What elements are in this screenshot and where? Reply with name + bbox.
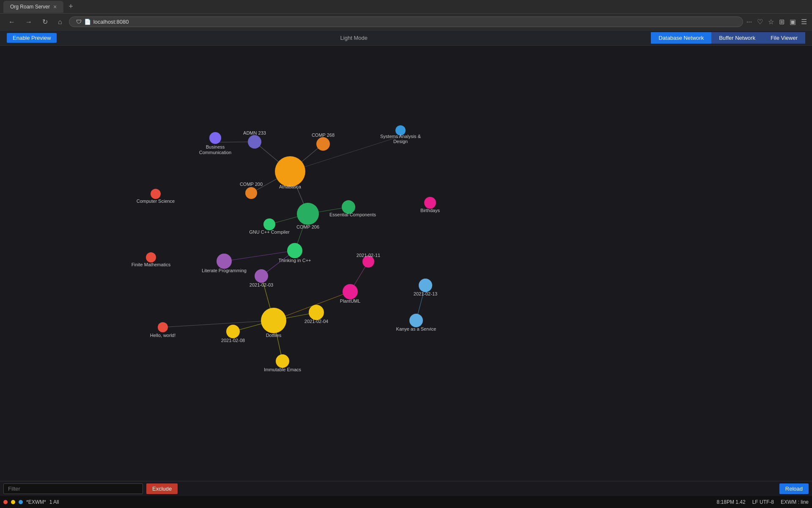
tab-database-network[interactable]: Database Network bbox=[651, 32, 711, 44]
label-date-20210203: 2021-02-03 bbox=[250, 282, 273, 287]
status-right: 8:18PM 1.42 LF UTF-8 EXWM : line bbox=[717, 499, 809, 505]
node-literate-prog[interactable] bbox=[217, 254, 232, 269]
tab-view-icon[interactable]: ▣ bbox=[790, 18, 796, 26]
label-comp268: COMP 268 bbox=[312, 133, 335, 138]
node-dotfiles[interactable] bbox=[261, 308, 286, 333]
label-essential-comp: Essential Components bbox=[329, 212, 376, 217]
filter-input[interactable] bbox=[3, 483, 143, 494]
tab-buffer-network[interactable]: Buffer Network bbox=[711, 32, 763, 44]
node-date-20210208[interactable] bbox=[226, 325, 240, 338]
more-button[interactable]: ··· bbox=[746, 18, 752, 26]
status-dot-blue bbox=[19, 500, 23, 504]
status-time: 8:18PM 1.42 bbox=[717, 499, 746, 505]
back-button[interactable]: ← bbox=[5, 17, 19, 28]
light-mode-label: Light Mode bbox=[340, 35, 368, 41]
app-header: Enable Preview Light Mode Database Netwo… bbox=[0, 30, 812, 46]
node-athabasca[interactable] bbox=[275, 156, 305, 187]
forward-button[interactable]: → bbox=[22, 17, 36, 28]
label-immutable-emacs: Immutable Emacs bbox=[264, 367, 302, 372]
tab-close-icon[interactable]: × bbox=[53, 3, 57, 10]
status-mode: EXWM : line bbox=[781, 499, 809, 505]
bottom-bar: Exclude Reload bbox=[0, 481, 812, 496]
label-date-20210204: 2021-02-04 bbox=[304, 319, 328, 324]
label-comp200: COMP 200 bbox=[240, 182, 263, 187]
page-icon: 📄 bbox=[84, 19, 91, 25]
node-admn233[interactable] bbox=[248, 135, 261, 149]
label-finite-math: Finite Mathematics bbox=[132, 262, 171, 267]
wm-label: *EXWM* bbox=[26, 499, 46, 505]
status-bar: *EXWM* 1 All 8:18PM 1.42 LF UTF-8 EXWM :… bbox=[0, 496, 812, 508]
label-plantuml: PlantUML bbox=[340, 298, 360, 304]
svg-line-18 bbox=[163, 320, 274, 327]
label-date-20210211: 2021-02-11 bbox=[357, 253, 380, 258]
node-gnu-cpp[interactable] bbox=[263, 218, 275, 230]
node-date-20210204[interactable] bbox=[309, 305, 324, 320]
label-admn233: ADMN 233 bbox=[243, 130, 266, 135]
node-comp200[interactable] bbox=[245, 187, 257, 199]
exclude-button[interactable]: Exclude bbox=[146, 483, 178, 494]
reload-button[interactable]: Reload bbox=[779, 483, 809, 494]
status-encoding: LF UTF-8 bbox=[752, 499, 774, 505]
node-thinking-cpp[interactable] bbox=[287, 243, 302, 258]
label-systems-analysis2: Design bbox=[393, 139, 408, 144]
network-canvas[interactable]: Athabasca COMP 206 Dotfiles ADMN 233 COM… bbox=[0, 46, 812, 469]
label-birthdays: Birthdays bbox=[420, 208, 440, 213]
node-hello-world[interactable] bbox=[158, 322, 168, 332]
node-computer-science[interactable] bbox=[151, 189, 161, 199]
node-finite-math[interactable] bbox=[146, 252, 156, 262]
label-dotfiles: Dotfiles bbox=[266, 333, 282, 338]
grid-icon[interactable]: ⊞ bbox=[779, 18, 785, 26]
enable-preview-button[interactable]: Enable Preview bbox=[7, 33, 57, 43]
node-immutable-emacs[interactable] bbox=[276, 354, 289, 368]
label-date-20210208: 2021-02-08 bbox=[221, 338, 245, 343]
browser-toolbar: ← → ↻ ⌂ 🛡 📄 localhost:8080 ··· ♡ ☆ ⊞ ▣ ☰ bbox=[0, 14, 812, 30]
svg-line-3 bbox=[290, 136, 401, 171]
node-date-20210213[interactable] bbox=[419, 279, 432, 292]
star-icon[interactable]: ☆ bbox=[768, 18, 774, 26]
label-gnu-cpp: GNU C++ Compiler bbox=[249, 229, 290, 235]
label-business-comm: Business bbox=[206, 144, 225, 149]
node-kanye[interactable] bbox=[409, 314, 423, 327]
bookmark-icon[interactable]: ♡ bbox=[757, 18, 763, 26]
node-business-comm[interactable] bbox=[209, 132, 221, 144]
new-tab-button[interactable]: + bbox=[67, 2, 75, 11]
tab-title: Org Roam Server bbox=[10, 4, 50, 10]
address-text: localhost:8080 bbox=[93, 19, 129, 25]
browser-titlebar: Org Roam Server × + bbox=[0, 0, 812, 14]
network-graph: Athabasca COMP 206 Dotfiles ADMN 233 COM… bbox=[0, 46, 812, 469]
header-tabs: Database Network Buffer Network File Vie… bbox=[651, 32, 805, 44]
security-icon: 🛡 bbox=[76, 19, 82, 25]
label-computer-science: Computer Science bbox=[137, 199, 175, 204]
node-date-20210203[interactable] bbox=[255, 269, 268, 283]
toolbar-actions: ··· ♡ ☆ ⊞ ▣ ☰ bbox=[746, 18, 807, 26]
menu-icon[interactable]: ☰ bbox=[801, 18, 807, 26]
label-athabasca: Athabasca bbox=[279, 184, 302, 189]
node-comp206[interactable] bbox=[297, 203, 319, 225]
tab-file-viewer[interactable]: File Viewer bbox=[763, 32, 805, 44]
refresh-button[interactable]: ↻ bbox=[39, 16, 51, 28]
status-dot-yellow bbox=[11, 500, 15, 504]
label-kanye: Kanye as a Service bbox=[396, 326, 436, 331]
node-birthdays[interactable] bbox=[424, 197, 436, 209]
workspace-label: 1 All bbox=[49, 499, 59, 505]
node-plantuml[interactable] bbox=[343, 284, 358, 299]
address-bar[interactable]: 🛡 📄 localhost:8080 bbox=[69, 17, 743, 27]
label-hello-world: Hello, world! bbox=[150, 333, 176, 338]
label-literate-prog: Literate Programming bbox=[202, 268, 247, 273]
label-systems-analysis: Systems Analysis & bbox=[380, 134, 421, 139]
home-button[interactable]: ⌂ bbox=[55, 17, 66, 28]
node-comp268[interactable] bbox=[316, 137, 330, 151]
label-date-20210213: 2021-02-13 bbox=[414, 291, 437, 296]
label-business-comm2: Communication bbox=[199, 150, 231, 155]
status-dot-red bbox=[3, 500, 8, 504]
label-thinking-cpp: Thinking in C++ bbox=[278, 258, 311, 263]
label-comp206: COMP 206 bbox=[296, 224, 319, 229]
browser-tab[interactable]: Org Roam Server × bbox=[3, 1, 63, 13]
